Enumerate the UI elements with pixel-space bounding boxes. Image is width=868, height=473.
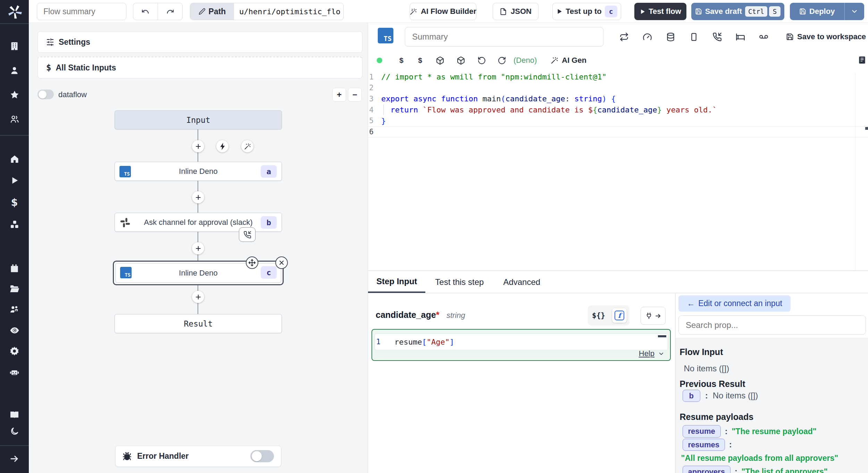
move-node-button[interactable] — [246, 256, 258, 269]
json-button[interactable]: JSON — [493, 3, 539, 20]
ai-flow-builder-button[interactable]: AI Flow Builder — [410, 3, 476, 20]
delete-node-button[interactable] — [275, 256, 288, 269]
gauge-icon[interactable] — [643, 32, 652, 42]
all-static-inputs-button[interactable]: $ All Static Inputs — [37, 57, 362, 78]
save-icon — [799, 8, 806, 15]
package-icon[interactable] — [450, 56, 471, 65]
deploy-dropdown-button[interactable] — [845, 8, 864, 15]
code-line-6[interactable]: 6 — [368, 126, 868, 137]
sidebar-item-docs[interactable] — [0, 410, 29, 420]
refresh-icon[interactable] — [492, 56, 511, 65]
sidebar-item-settings[interactable] — [0, 346, 29, 356]
assets-icon[interactable]: $ — [392, 56, 411, 65]
history-icon[interactable] — [471, 56, 492, 65]
json-label: JSON — [511, 7, 532, 16]
function-icon: f — [615, 311, 624, 320]
sidebar-item-runs[interactable] — [0, 176, 29, 185]
approvers-badge[interactable]: approvers — [683, 466, 731, 473]
tab-step-input[interactable]: Step Input — [368, 271, 425, 293]
zoom-out-button[interactable]: − — [348, 88, 362, 102]
sidebar-item-users-group[interactable] — [0, 114, 29, 124]
deno-label[interactable]: (Deno) — [514, 56, 537, 65]
help-row[interactable]: Help — [639, 349, 665, 358]
flow-node-result[interactable]: Result — [115, 314, 282, 333]
save-to-workspace-button[interactable]: Save to workspace — [786, 30, 866, 44]
tab-advanced[interactable]: Advanced — [493, 271, 550, 293]
field-type: string — [446, 311, 465, 320]
code-line-5[interactable]: 5} — [368, 115, 868, 126]
mobile-icon[interactable] — [689, 32, 699, 42]
sidebar-item-workers[interactable] — [0, 367, 29, 377]
function-toggle[interactable]: f — [612, 308, 627, 323]
dark-mode-toggle[interactable] — [0, 427, 29, 436]
package-icon[interactable] — [429, 56, 450, 65]
tab-test-this-step[interactable]: Test this step — [425, 271, 493, 293]
test-up-to-button[interactable]: Test up to c — [552, 3, 621, 20]
flow-settings-button[interactable]: Settings — [37, 31, 362, 53]
save-draft-label: Save draft — [705, 7, 742, 16]
phone-incoming-icon[interactable] — [712, 32, 722, 42]
error-handler-toggle[interactable] — [250, 450, 274, 462]
sliders-icon — [46, 38, 54, 46]
add-trigger-button[interactable] — [216, 140, 228, 152]
code-editor[interactable]: 1// import * as wmill from "npm:windmill… — [368, 71, 868, 270]
sidebar-item-variables[interactable]: $ — [0, 197, 29, 208]
code-line-2[interactable]: 2 — [368, 83, 868, 94]
sidebar-item-audit-logs[interactable] — [0, 325, 29, 336]
path-value[interactable]: u/henri/optimistic_flo — [234, 7, 340, 16]
sleep-icon[interactable] — [736, 32, 745, 42]
search-prop-input[interactable] — [678, 315, 866, 335]
help-link[interactable]: Help — [639, 349, 654, 358]
sidebar-item-workspace[interactable] — [0, 42, 29, 51]
code-text: // import * as wmill from "npm:windmill-… — [374, 73, 607, 81]
sidebar-item-user[interactable] — [0, 66, 29, 75]
undo-button[interactable] — [133, 8, 158, 16]
voicemail-icon[interactable] — [759, 32, 768, 42]
error-handler-row[interactable]: Error Handler — [115, 446, 281, 467]
deploy-button[interactable]: Deploy — [790, 7, 844, 16]
sidebar-item-favorites[interactable] — [0, 90, 29, 100]
ai-gen-button[interactable]: AI Gen — [551, 56, 586, 65]
variables-icon[interactable]: $ — [411, 56, 429, 65]
typescript-icon: TS — [378, 28, 393, 43]
add-step-button[interactable] — [192, 242, 204, 254]
resumes-badge[interactable]: resumes — [683, 439, 725, 451]
edit-or-connect-button[interactable]: ← Edit or connect an input — [678, 295, 791, 312]
ai-add-step-button[interactable] — [241, 140, 253, 152]
template-expr-toggle[interactable]: ${} — [592, 311, 605, 320]
connect-input-button[interactable] — [641, 307, 666, 325]
sidebar-item-groups[interactable] — [0, 305, 29, 315]
database-icon[interactable] — [666, 32, 675, 42]
sidebar-item-home[interactable] — [0, 154, 29, 164]
expression-editor[interactable]: 1resume["Age"] — [375, 333, 668, 350]
sidebar-item-resources[interactable] — [0, 220, 29, 229]
sidebar-item-schedules[interactable] — [0, 264, 29, 273]
field-name: candidate_age — [376, 310, 436, 320]
test-flow-button[interactable]: Test flow — [634, 3, 686, 20]
sidebar-collapse-button[interactable] — [0, 454, 29, 464]
path-label-segment[interactable]: Path — [190, 3, 234, 20]
flow-summary-input[interactable] — [37, 3, 126, 20]
windmill-logo[interactable] — [6, 3, 24, 21]
prev-result-badge[interactable]: b — [683, 390, 700, 402]
zoom-in-button[interactable]: + — [332, 88, 346, 102]
flow-node-input[interactable]: Input — [115, 110, 282, 129]
script-panel-icon[interactable] — [858, 56, 867, 65]
resume-badge[interactable]: resume — [683, 425, 721, 438]
flow-node-b[interactable]: Ask channel for approval (slack) b — [115, 213, 282, 232]
repeat-icon[interactable] — [619, 32, 629, 42]
add-step-button[interactable] — [192, 191, 204, 203]
code-line-3[interactable]: 3export async function main(candidate_ag… — [368, 93, 868, 104]
summary-input[interactable] — [405, 27, 603, 47]
typescript-icon: TS — [120, 267, 132, 278]
add-step-button[interactable] — [192, 291, 204, 303]
dataflow-toggle[interactable] — [37, 90, 54, 99]
redo-button[interactable] — [158, 8, 182, 16]
code-line-4[interactable]: 4 return `Flow was approved and candidat… — [368, 104, 868, 116]
colon: : — [705, 391, 708, 401]
flow-node-a[interactable]: TS Inline Deno a — [115, 162, 282, 181]
sidebar-item-folders[interactable] — [0, 284, 29, 294]
code-line-1[interactable]: 1// import * as wmill from "npm:windmill… — [368, 71, 868, 83]
save-draft-button[interactable]: Save draft Ctrl S — [691, 3, 784, 20]
add-step-button[interactable] — [192, 140, 204, 152]
